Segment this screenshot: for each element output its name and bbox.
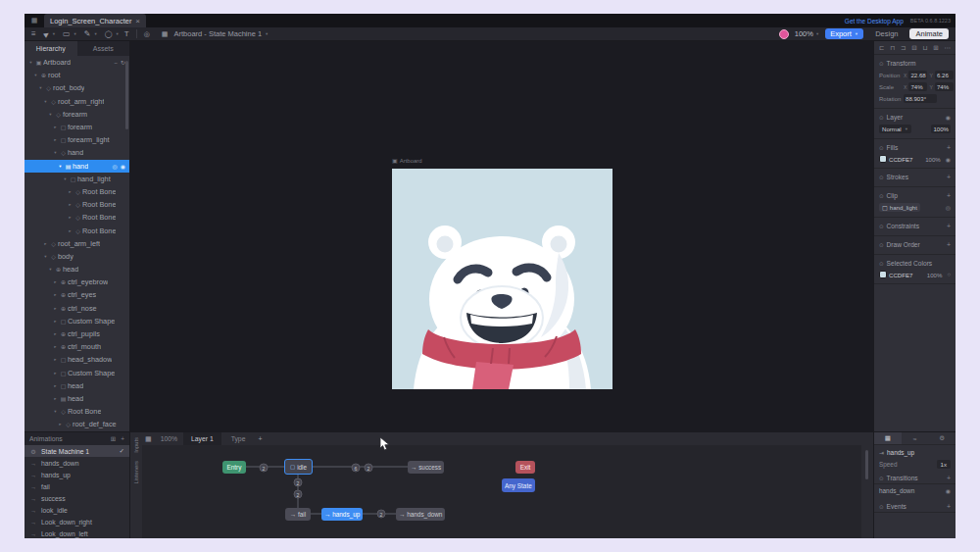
tree-item-root-arm-left[interactable]: ▸◇root_arm_left bbox=[24, 237, 129, 250]
section-bullet-icon[interactable]: ⊙ bbox=[879, 476, 884, 481]
caret-right-icon[interactable]: ▸ bbox=[42, 241, 49, 246]
caret-right-icon[interactable]: ▸ bbox=[52, 371, 59, 376]
text-tool-icon[interactable]: T bbox=[122, 27, 132, 41]
app-menu-icon[interactable]: ▦ bbox=[24, 17, 44, 25]
state-node-hands-up[interactable]: → hands_up bbox=[321, 508, 363, 521]
transition-eye-icon[interactable]: ◉ bbox=[946, 487, 951, 494]
tree-item-body[interactable]: ▾◇body bbox=[24, 250, 129, 263]
select-tool[interactable]: ▶▾ bbox=[39, 27, 58, 41]
tab-assets[interactable]: Assets bbox=[77, 41, 130, 56]
animate-mode-button[interactable]: Animate bbox=[909, 28, 949, 39]
caret-down-icon[interactable]: ▾ bbox=[42, 254, 49, 259]
position-x-input[interactable]: 22.68 bbox=[908, 71, 927, 79]
chevron-down-icon[interactable]: ▾ bbox=[815, 31, 819, 36]
focus-artboard-icon[interactable]: ◎ bbox=[141, 27, 153, 41]
tree-item-ctrl-eyes[interactable]: ▸⊕ctrl_eyes bbox=[24, 288, 129, 301]
caret-right-icon[interactable]: ▸ bbox=[52, 331, 59, 336]
caret-right-icon[interactable]: ▸ bbox=[67, 189, 74, 194]
fill-color-hex[interactable]: CCDFE7 bbox=[889, 156, 912, 163]
section-bullet-icon[interactable]: ⊙ bbox=[879, 242, 884, 248]
rotation-input[interactable]: 88.903° bbox=[904, 94, 937, 103]
state-node-any-state[interactable]: Any State bbox=[502, 478, 535, 492]
selected-color-swatch[interactable] bbox=[879, 271, 887, 278]
caret-down-icon[interactable]: ▾ bbox=[32, 73, 39, 77]
caret-right-icon[interactable]: ▸ bbox=[52, 137, 59, 142]
tree-item-ctrl-pupils[interactable]: ▸⊕ctrl_pupils bbox=[24, 327, 129, 340]
animation-item-look-down-right[interactable]: →Look_down_right bbox=[24, 516, 129, 527]
hamburger-menu-icon[interactable]: ≡ bbox=[28, 27, 39, 41]
scale-x-input[interactable]: 74% bbox=[908, 82, 927, 91]
animation-item-look-idle[interactable]: →look_idle bbox=[24, 504, 129, 516]
caret-right-icon[interactable]: ▸ bbox=[52, 383, 59, 388]
transition-duration-badge[interactable]: 2 bbox=[260, 464, 269, 473]
tree-item-head[interactable]: ▾⊕head bbox=[24, 263, 129, 276]
align-center-horizontal-icon[interactable]: ⊓ bbox=[890, 44, 895, 52]
zoom-control[interactable]: 100%▾ bbox=[795, 29, 819, 38]
new-folder-icon[interactable]: ⊞ bbox=[111, 435, 116, 443]
tree-item-forearm[interactable]: ▸▢forearm bbox=[24, 121, 129, 133]
add-layer-icon[interactable]: + bbox=[255, 432, 265, 446]
tree-item-head-shadow[interactable]: ▸▢head_shadow bbox=[24, 353, 129, 366]
caret-down-icon[interactable]: ▾ bbox=[62, 176, 69, 181]
tree-item-root-body[interactable]: ▾◇root_body bbox=[24, 81, 129, 94]
section-bullet-icon[interactable]: ⊙ bbox=[879, 261, 884, 267]
caret-down-icon[interactable]: ▾ bbox=[27, 60, 34, 65]
caret-right-icon[interactable]: ▸ bbox=[52, 357, 59, 362]
add-constraint-icon[interactable]: + bbox=[947, 223, 951, 229]
caret-down-icon[interactable]: ▾ bbox=[42, 99, 49, 104]
clip-target-picker-icon[interactable]: ◎ bbox=[946, 204, 951, 211]
section-bullet-icon[interactable]: ⊙ bbox=[879, 504, 884, 510]
caret-down-icon[interactable]: ▾ bbox=[37, 85, 44, 90]
tab-listeners[interactable]: Listeners bbox=[133, 461, 139, 484]
caret-right-icon[interactable]: ▸ bbox=[67, 215, 74, 220]
tab-hierarchy[interactable]: Hierarchy bbox=[24, 41, 77, 56]
color-loop-icon[interactable]: ○ bbox=[947, 272, 951, 277]
section-bullet-icon[interactable]: ⊙ bbox=[879, 224, 884, 229]
caret-down-icon[interactable]: ▾ bbox=[47, 112, 54, 117]
options-view-icon[interactable]: ⚙ bbox=[928, 432, 956, 444]
tree-scrollbar[interactable] bbox=[125, 61, 128, 129]
pen-tool[interactable]: ✎▾ bbox=[79, 27, 100, 41]
artboard-header[interactable]: ▣ Artboard bbox=[392, 157, 422, 164]
file-tab[interactable]: Login_Screen_Character × bbox=[44, 14, 146, 27]
close-tab-icon[interactable]: × bbox=[135, 17, 140, 25]
tree-item-root-bone[interactable]: ▸◇Root Bone bbox=[24, 211, 129, 224]
position-y-input[interactable]: 6.26 bbox=[935, 71, 954, 79]
tree-item-root-bone[interactable]: ▸◇Root Bone bbox=[24, 185, 129, 198]
animation-item-fail[interactable]: →fail bbox=[24, 480, 129, 492]
align-right-icon[interactable]: ⊐ bbox=[901, 44, 906, 52]
caret-right-icon[interactable]: ▸ bbox=[52, 344, 59, 349]
breadcrumb[interactable]: ▦ Artboard - State Machine 1 ▾ bbox=[159, 27, 270, 41]
scale-y-input[interactable]: 74% bbox=[935, 82, 954, 91]
chevron-down-icon[interactable]: ▾ bbox=[74, 31, 77, 36]
stage-canvas[interactable]: ▣ Artboard bbox=[130, 41, 873, 431]
tree-item-ctrl-mouth[interactable]: ▸⊕ctrl_mouth bbox=[24, 340, 129, 353]
caret-right-icon[interactable]: ▸ bbox=[52, 125, 59, 129]
tree-item-root-arm-right[interactable]: ▾◇root_arm_right bbox=[24, 95, 129, 108]
desktop-app-link[interactable]: Get the Desktop App bbox=[845, 18, 904, 25]
graph-zoom-level[interactable]: 100% bbox=[157, 435, 181, 442]
align-top-icon[interactable]: ⊟ bbox=[911, 44, 916, 52]
tab-inputs[interactable]: Inputs bbox=[133, 437, 139, 453]
section-bullet-icon[interactable]: ⊙ bbox=[879, 193, 884, 199]
tree-item-artboard[interactable]: ▾▣Artboard−↻ bbox=[24, 56, 129, 69]
export-button[interactable]: Export▾ bbox=[825, 28, 863, 39]
align-left-icon[interactable]: ⊏ bbox=[879, 44, 884, 52]
state-node-success[interactable]: → success bbox=[408, 461, 444, 474]
timeline-view-icon[interactable]: ▦ bbox=[874, 432, 902, 444]
chevron-down-icon[interactable]: ▾ bbox=[265, 31, 269, 36]
state-graph[interactable]: Entry▢idle→ successExitAny State→ fail→ … bbox=[130, 432, 873, 538]
tree-item-hand[interactable]: ▾◇hand bbox=[24, 146, 129, 159]
graph-view-icon[interactable]: ▦ bbox=[142, 432, 155, 446]
chevron-down-icon[interactable]: ▾ bbox=[93, 31, 97, 36]
animation-item-hands-up[interactable]: →hands_up bbox=[24, 469, 129, 480]
tree-item-root-bone[interactable]: ▸◇Root Bone bbox=[24, 198, 129, 211]
state-timeline-row[interactable]: ⇥ hands_up bbox=[874, 445, 956, 456]
tree-item-forearm-light[interactable]: ▸▢forearm_light bbox=[24, 133, 129, 146]
add-event-icon[interactable]: + bbox=[947, 503, 951, 510]
fill-color-swatch[interactable] bbox=[879, 155, 887, 163]
layer-opacity-input[interactable]: 100% bbox=[931, 125, 951, 133]
add-clip-icon[interactable]: + bbox=[947, 192, 951, 199]
animation-item-state-machine-1[interactable]: ⚙State Machine 1✓ bbox=[24, 445, 129, 457]
tree-item-custom-shape[interactable]: ▸▢Custom Shape bbox=[24, 315, 129, 327]
